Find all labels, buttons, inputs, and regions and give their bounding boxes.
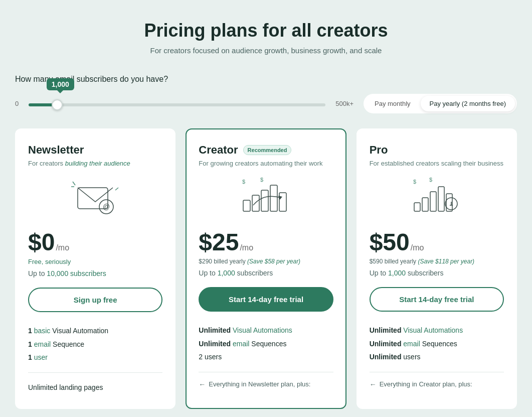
creator-features: Unlimited Visual Automations Unlimited e… (199, 324, 333, 364)
pro-subtitle: For established creators scaling their b… (370, 160, 504, 167)
newsletter-illustration: @ (28, 175, 162, 220)
pricing-cards: Newsletter For creators building their a… (15, 128, 517, 409)
creator-subtitle: For growing creators automating their wo… (199, 160, 333, 167)
pro-period: /mo (411, 243, 424, 252)
svg-rect-14 (414, 203, 420, 211)
creator-billing-note: $290 billed yearly (Save $58 per year) (199, 258, 333, 265)
page-title: Pricing plans for all creators (15, 20, 517, 41)
svg-marker-11 (278, 196, 282, 200)
pro-divider (370, 372, 504, 372)
creator-cta-button[interactable]: Start 14-day free trial (199, 287, 333, 312)
creator-divider (199, 372, 333, 372)
svg-rect-15 (422, 198, 428, 211)
newsletter-features: 1 basic Visual Automation 1 email Sequen… (28, 324, 162, 364)
pro-subscribers: Up to 1,000 subscribers (370, 269, 504, 277)
newsletter-footer: Unlimited landing pages (28, 381, 162, 394)
pro-price-row: $50 /mo (370, 228, 504, 256)
creator-card: Creator Recommended For growing creators… (186, 128, 346, 409)
slider-max: 500k+ (335, 100, 353, 107)
newsletter-period: /mo (56, 243, 69, 252)
recommended-badge: Recommended (243, 145, 292, 155)
creator-price: $25 (199, 228, 239, 256)
page-header: Pricing plans for all creators For creat… (15, 20, 517, 55)
slider-section: How many email subscribers do you have? … (15, 75, 517, 113)
slider-container: 1,000 (29, 99, 325, 108)
pro-cta-button[interactable]: Start 14-day free trial (370, 287, 504, 312)
newsletter-subtitle: For creators building their audience (28, 160, 162, 167)
svg-rect-8 (261, 190, 268, 211)
svg-rect-7 (252, 195, 259, 211)
svg-text:$: $ (429, 178, 432, 183)
svg-text:@: @ (103, 203, 110, 211)
newsletter-price-row: $0 /mo (28, 228, 162, 256)
pro-everything-note: ← Everything in Creator plan, plus: (370, 380, 504, 388)
newsletter-price: $0 (28, 228, 55, 256)
pro-title: Pro (370, 144, 388, 157)
pay-monthly-button[interactable]: Pay monthly (366, 96, 420, 111)
controls-row: 0 1,000 500k+ Pay monthly Pay yearly (2 … (15, 94, 517, 113)
pay-yearly-button[interactable]: Pay yearly (2 months free) (421, 96, 515, 111)
svg-line-5 (115, 188, 118, 190)
newsletter-card: Newsletter For creators building their a… (15, 128, 175, 409)
svg-rect-17 (438, 187, 444, 211)
svg-rect-10 (279, 193, 286, 211)
slider-label: How many email subscribers do you have? (15, 75, 517, 84)
svg-rect-9 (270, 185, 277, 211)
newsletter-free-label: Free, seriously (28, 258, 162, 265)
pro-billing-note: $590 billed yearly (Save $118 per year) (370, 258, 504, 265)
pro-features: Unlimited Visual Automations Unlimited e… (370, 324, 504, 364)
slider-tooltip: 1,000 (47, 78, 74, 90)
creator-illustration: $ $ (199, 175, 333, 220)
svg-text:$: $ (242, 179, 245, 185)
svg-line-3 (73, 182, 75, 185)
creator-card-header: Creator Recommended (199, 144, 333, 157)
svg-rect-16 (430, 192, 436, 211)
page-subtitle: For creators focused on audience growth,… (15, 46, 517, 55)
newsletter-card-header: Newsletter (28, 144, 162, 157)
creator-price-row: $25 /mo (199, 228, 333, 256)
slider-min: 0 (15, 100, 19, 107)
svg-text:$: $ (260, 178, 263, 183)
creator-period: /mo (240, 243, 253, 252)
newsletter-subscribers: Up to 10,000 subscribers (28, 269, 162, 277)
pro-price: $50 (370, 228, 410, 256)
pro-card: Pro For established creators scaling the… (357, 128, 517, 409)
svg-rect-6 (243, 200, 250, 211)
creator-subscribers: Up to 1,000 subscribers (199, 269, 333, 277)
pro-card-header: Pro (370, 144, 504, 157)
svg-text:$: $ (413, 179, 416, 185)
pro-illustration: $ $ (370, 175, 504, 220)
newsletter-title: Newsletter (28, 144, 84, 157)
creator-everything-note: ← Everything in Newsletter plan, plus: (199, 380, 333, 388)
subscribers-slider[interactable] (29, 103, 325, 106)
creator-title: Creator (199, 144, 238, 157)
newsletter-divider (28, 372, 162, 373)
newsletter-cta-button[interactable]: Sign up free (28, 288, 162, 312)
billing-toggle: Pay monthly Pay yearly (2 months free) (364, 94, 517, 113)
